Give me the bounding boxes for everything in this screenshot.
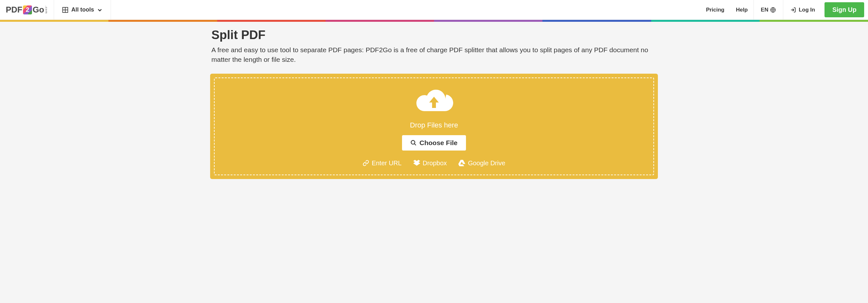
- language-selector[interactable]: EN: [753, 0, 783, 20]
- upload-options: Enter URL Dropbox Google Drive: [221, 160, 647, 167]
- rainbow-bar: [0, 20, 868, 22]
- help-link[interactable]: Help: [730, 7, 753, 13]
- choose-file-label: Choose File: [419, 139, 457, 147]
- pricing-link[interactable]: Pricing: [700, 7, 730, 13]
- enter-url-label: Enter URL: [372, 160, 401, 167]
- google-drive-label: Google Drive: [468, 160, 505, 167]
- dropbox-icon: [413, 160, 420, 166]
- logo-text-go: Go: [33, 5, 44, 15]
- enter-url-option[interactable]: Enter URL: [363, 160, 401, 167]
- all-tools-label: All tools: [71, 6, 94, 13]
- login-icon: [790, 7, 796, 13]
- login-link[interactable]: Log In: [783, 7, 822, 13]
- google-drive-option[interactable]: Google Drive: [458, 160, 505, 167]
- logo-text-pdf: PDF: [6, 5, 22, 15]
- drop-text: Drop Files here: [221, 121, 647, 130]
- dropbox-option[interactable]: Dropbox: [413, 160, 447, 167]
- cloud-upload-icon: [415, 87, 453, 117]
- logo-text-com: .com: [45, 6, 48, 14]
- search-icon: [410, 140, 417, 146]
- language-label: EN: [761, 7, 769, 13]
- link-icon: [363, 160, 369, 166]
- main-content: Split PDF A free and easy to use tool to…: [210, 22, 658, 186]
- file-dropzone[interactable]: Drop Files here Choose File Enter URL: [210, 74, 658, 179]
- logo-icon: [23, 5, 32, 15]
- dropbox-label: Dropbox: [423, 160, 447, 167]
- login-label: Log In: [799, 7, 815, 13]
- choose-file-button[interactable]: Choose File: [402, 135, 466, 150]
- grid-icon: [62, 7, 68, 13]
- chevron-down-icon: [97, 7, 102, 12]
- header: PDF Go .com All tools Pricing Help EN Lo: [0, 0, 868, 20]
- logo[interactable]: PDF Go .com: [0, 0, 54, 20]
- page-title: Split PDF: [210, 28, 658, 42]
- all-tools-menu[interactable]: All tools: [54, 0, 111, 20]
- google-drive-icon: [458, 160, 465, 166]
- globe-icon: [770, 7, 776, 13]
- svg-line-7: [414, 143, 416, 145]
- svg-point-6: [411, 140, 415, 144]
- signup-button[interactable]: Sign Up: [825, 2, 864, 17]
- page-description: A free and easy to use tool to separate …: [210, 45, 658, 65]
